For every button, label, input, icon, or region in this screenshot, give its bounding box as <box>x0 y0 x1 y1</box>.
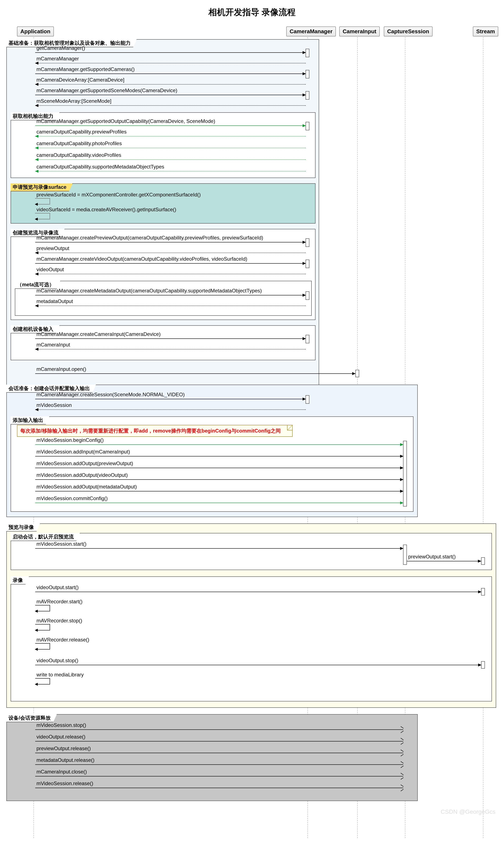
message-label: mVideoSession.addOutput(metadataOutput) <box>37 484 137 490</box>
sequence-body: 基础准备：获取相机管理对象以及设备对象、输出能力 getCameraManage… <box>4 37 500 838</box>
message: mCameraInput.open() <box>35 366 355 376</box>
message-label: mSceneModeArray:[SceneMode] <box>37 98 112 104</box>
message-label: mCameraManager.getSupportedCameras() <box>37 66 135 72</box>
message-label: cameraOutputCapability.previewProfiles <box>37 129 127 135</box>
activation <box>305 395 309 404</box>
message: cameraOutputCapability.photoProfiles <box>35 141 306 150</box>
activation <box>305 335 309 343</box>
participant-application: Application <box>17 27 54 37</box>
message: cameraOutputCapability.videoProfiles <box>35 153 306 162</box>
message: mVideoSession.stop() <box>35 723 403 732</box>
message: mCameraInput <box>35 342 306 352</box>
message-label: mAVRecorder.release() <box>35 637 89 643</box>
message-label: mVideoSession.release() <box>37 781 93 786</box>
activation <box>305 70 309 79</box>
message: mCameraManager.getSupportedOutputCapabil… <box>35 119 306 128</box>
message: mCameraManager.getSupportedCameras() <box>35 67 306 76</box>
message-label: mCameraManager.getSupportedSceneModes(Ca… <box>37 87 177 93</box>
participant-capturesession: CaptureSession <box>384 27 433 37</box>
activation <box>481 588 485 596</box>
frame-label: 录像 <box>11 576 29 585</box>
self-message: previewSurfaceId = mXComponentController… <box>35 192 201 205</box>
message-label: mAVRecorder.start() <box>35 599 82 604</box>
message-label: previewOutput.release() <box>37 745 91 752</box>
message-label: mCameraDeviceArray:[CameraDevice] <box>37 77 124 83</box>
message: mCameraDeviceArray:[CameraDevice] <box>35 78 306 87</box>
message-label: videoSurfaceId = media.createAVReceiver(… <box>35 207 176 213</box>
message: mVideoSession.addInput(mCameraInput) <box>35 449 403 458</box>
activation <box>403 441 407 506</box>
self-message: mAVRecorder.stop() <box>35 618 82 630</box>
message: videoOutput.stop() <box>35 658 481 667</box>
message-label: previewSurfaceId = mXComponentController… <box>35 192 201 198</box>
activation <box>305 260 309 268</box>
self-message: mAVRecorder.release() <box>35 637 89 650</box>
activation <box>305 238 309 247</box>
activation <box>305 49 309 57</box>
message-label: mVideoSession.addInput(mCameraInput) <box>37 449 130 455</box>
message-label: write to mediaLibrary <box>35 672 84 678</box>
self-message: write to mediaLibrary <box>35 672 84 684</box>
message: getCameraManager() <box>35 45 306 55</box>
message-label: cameraOutputCapability.photoProfiles <box>37 141 122 146</box>
activation <box>355 370 359 377</box>
participant-cameramanager: CameraManager <box>286 27 336 37</box>
frame-label: 申请预览与录像surface <box>11 183 73 192</box>
frame-label: 预览与录像 <box>6 524 40 531</box>
message-label: mCameraInput.close() <box>37 769 87 775</box>
message-label: videoOutput <box>37 267 64 272</box>
message: mCameraManager.getSupportedSceneModes(Ca… <box>35 88 306 97</box>
frame-start-session: 启动会话，默认开启预览流 <box>11 533 492 570</box>
frame-label: 设备/会话资源释放 <box>6 714 57 722</box>
message-label: mCameraInput <box>37 342 70 348</box>
message-label: mVideoSession.commitConfig() <box>37 495 108 502</box>
message: previewOutput.start() <box>407 554 481 564</box>
message: mCameraInput.close() <box>35 769 403 778</box>
activation <box>403 545 407 565</box>
message: mVideoSession.beginConfig() <box>35 437 403 447</box>
message-label: cameraOutputCapability.supportedMetadata… <box>37 164 164 170</box>
watermark: CSDN @GeorgeGcs <box>441 808 495 815</box>
message-label: mCameraInput.open() <box>37 366 86 372</box>
message: mVideoSession <box>35 403 306 412</box>
participant-row: Application CameraManager CameraInput Ca… <box>4 27 500 35</box>
message: mVideoSession.commitConfig() <box>35 496 403 505</box>
message-label: mVideoSession.beginConfig() <box>37 437 104 443</box>
message: previewOutput.release() <box>35 746 403 755</box>
self-message: mAVRecorder.start() <box>35 599 82 611</box>
message-label: mCameraManager.createCameraInput(CameraD… <box>37 331 161 337</box>
message: videoOutput.release() <box>35 734 403 744</box>
message: videoOutput.start() <box>35 585 481 594</box>
message-label: mVideoSession.addOutput(previewOutput) <box>37 461 133 466</box>
message-label: mVideoSession.stop() <box>37 722 86 728</box>
message-label: mVideoSession.addOutput(videoOutput) <box>37 472 128 478</box>
message: mCameraManager.createSession(SceneMode.N… <box>35 392 306 401</box>
message-label: mCameraManager.createVideoOutput(cameraO… <box>37 256 247 262</box>
message-label: getCameraManager() <box>37 45 85 51</box>
message-label: videoOutput.release() <box>37 734 85 740</box>
message-label: metadataOutput <box>37 298 73 304</box>
message: cameraOutputCapability.supportedMetadata… <box>35 164 306 174</box>
message-label: previewOutput <box>37 245 69 251</box>
message: mCameraManager.createCameraInput(CameraD… <box>35 332 306 341</box>
message: mVideoSession.addOutput(videoOutput) <box>35 473 403 482</box>
diagram-title: 相机开发指导 录像流程 <box>4 6 500 18</box>
note-text: 每次添加/移除输入输出时，均需要重新进行配置，即add，remove操作均需要在… <box>20 428 281 434</box>
message: mVideoSession.release() <box>35 781 403 790</box>
message: mCameraManager <box>35 56 306 65</box>
frame-label: 启动会话，默认开启预览流 <box>11 533 80 541</box>
message: mCameraManager.createMetadataOutput(came… <box>35 288 306 298</box>
note: 每次添加/移除输入输出时，均需要重新进行配置，即add，remove操作均需要在… <box>17 425 293 437</box>
message-label: mAVRecorder.stop() <box>35 618 82 624</box>
message-label: mCameraManager.createMetadataOutput(came… <box>37 288 262 294</box>
message: metadataOutput.release() <box>35 757 403 767</box>
message-label: videoOutput.stop() <box>37 658 78 663</box>
message: mVideoSession.start() <box>35 541 403 551</box>
message-label: metadataOutput.release() <box>37 757 94 763</box>
activation <box>305 122 309 130</box>
message-label: mCameraManager.createPreviewOutput(camer… <box>37 235 263 241</box>
message-label: videoOutput.start() <box>37 585 79 590</box>
activation <box>305 91 309 100</box>
message: mCameraManager.createPreviewOutput(camer… <box>35 235 306 245</box>
message-label: mCameraManager <box>37 56 79 62</box>
